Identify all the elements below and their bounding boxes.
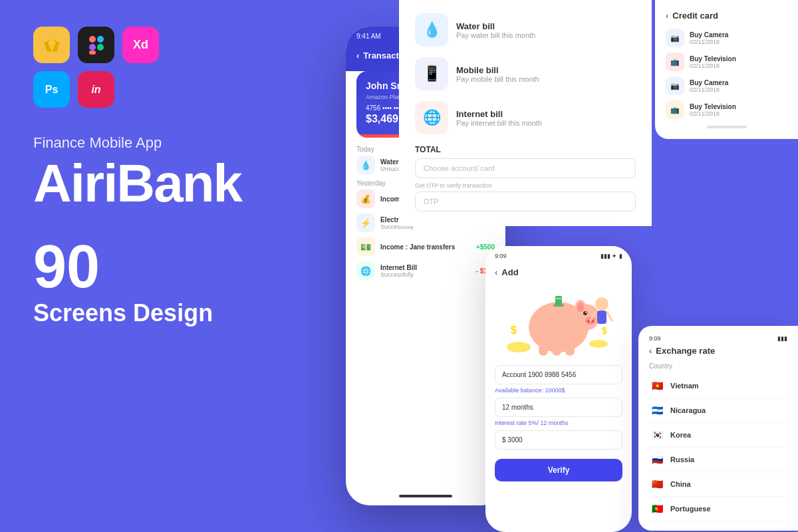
- otp-hint: Get OTP to verify transaction: [415, 182, 636, 189]
- amount-field[interactable]: $ 3000: [495, 430, 622, 450]
- app-subtitle: Finance Mobile App: [33, 134, 313, 152]
- screens-label: Screens Design: [33, 299, 313, 327]
- txn-name: Income : Jane transfers: [380, 243, 471, 251]
- svg-point-17: [585, 312, 587, 313]
- screens-count: 90: [33, 237, 313, 297]
- country-name: Portuguese: [670, 505, 711, 513]
- phone-time: 9:41 AM: [356, 33, 381, 40]
- add-phone: 9:09 ▮▮▮ ✦ ▮ ‹ Add: [485, 246, 632, 532]
- svg-point-12: [587, 320, 590, 323]
- add-phone-header: ‹ Add: [485, 263, 632, 284]
- bill-sub: Pay water bill this month: [456, 31, 535, 39]
- txn-sub: Successfully: [380, 271, 471, 278]
- savings-form: Account 1900 8988 5456 Available balance…: [485, 365, 632, 481]
- exchange-panel: 9:09 ▮▮▮ ‹ Exchange rate Country 🇻🇳 Viet…: [638, 326, 798, 531]
- water-bill-icon: 💧: [415, 13, 448, 47]
- txn-info: Internet Bill Successfully: [380, 264, 471, 278]
- verify-button[interactable]: Verify: [495, 459, 622, 481]
- svg-rect-20: [565, 345, 575, 356]
- ci-date: 02/11/2018: [690, 110, 736, 117]
- bill-sub: Pay mobile bill this month: [456, 75, 539, 83]
- svg-rect-4: [89, 44, 96, 51]
- svg-rect-22: [555, 296, 562, 307]
- credit-item-text: Buy Television 02/11/2018: [690, 55, 736, 69]
- interest-rate: Interest rate 5%/ 12 months: [495, 420, 622, 426]
- list-item: 🌐 Internet bill Pay internet bill this m…: [415, 101, 636, 134]
- country-name: Vietnam: [670, 382, 699, 390]
- svg-rect-5: [97, 44, 104, 51]
- transfer-icon: 💵: [356, 237, 375, 256]
- credit-item-text: Buy Television 02/11/2018: [690, 103, 736, 117]
- left-section: Xd Ps in Finance Mobile App AiriBank 90 …: [0, 0, 346, 532]
- back-icon: ‹: [356, 51, 359, 61]
- svg-point-8: [589, 340, 608, 348]
- add-signal: ▮▮▮ ✦ ▮: [600, 253, 622, 259]
- account-input[interactable]: Choose account/ card: [415, 158, 636, 178]
- list-item: 📺 Buy Television 02/11/2018: [666, 53, 787, 71]
- list-item: 🇵🇹 Portuguese: [649, 497, 787, 521]
- svg-text:$: $: [602, 325, 607, 336]
- bills-content: 💧 Water bill Pay water bill this month 📱…: [399, 0, 652, 225]
- korea-flag: 🇰🇷: [649, 427, 665, 443]
- tool-icons-row2: Ps in: [33, 71, 313, 108]
- svg-rect-2: [89, 36, 96, 43]
- country-label: Country: [649, 362, 787, 370]
- svg-line-27: [607, 312, 612, 321]
- credit-item-text: Buy Camera 02/11/2018: [690, 31, 728, 45]
- bill-title: Internet bill: [456, 109, 542, 119]
- ci-title: Buy Camera: [690, 31, 728, 39]
- list-item: 📺 Buy Television 02/11/2018: [666, 100, 787, 119]
- list-item: 📷 Buy Camera 02/11/2018: [666, 29, 787, 47]
- credit-item-text: Buy Camera 02/11/2018: [690, 79, 728, 93]
- list-item: 🇨🇳 China: [649, 472, 787, 497]
- svg-text:$: $: [511, 325, 517, 336]
- exchange-back-icon: ‹: [649, 346, 652, 356]
- list-item: 🇻🇳 Vietnam: [649, 374, 787, 398]
- bill-title: Mobile bill: [456, 65, 539, 75]
- country-name: Nicaragua: [670, 406, 706, 414]
- xd-icon: Xd: [122, 27, 159, 63]
- bill-text: Water bill Pay water bill this month: [456, 21, 535, 39]
- portuguese-flag: 🇵🇹: [649, 501, 665, 517]
- salary-icon: 💰: [356, 190, 375, 208]
- exchange-time: 9:09: [649, 335, 661, 342]
- water-icon: 💧: [356, 156, 375, 174]
- svg-rect-25: [597, 311, 606, 324]
- bills-screen: 💧 Water bill Pay water bill this month 📱…: [399, 0, 652, 226]
- months-field[interactable]: 12 months: [495, 398, 622, 417]
- bottom-indicator: [707, 126, 747, 128]
- figma-icon: [78, 27, 114, 63]
- russia-flag: 🇷🇺: [649, 452, 665, 467]
- svg-point-15: [577, 303, 584, 312]
- list-item: 💧 Water bill Pay water bill this month: [415, 13, 636, 47]
- sketch-icon: [33, 27, 70, 63]
- country-name: Russia: [670, 456, 694, 464]
- ci-date: 02/11/2018: [690, 63, 736, 69]
- app-title: AiriBank: [33, 157, 313, 210]
- invis-icon: in: [78, 71, 114, 108]
- list-item: 📷 Buy Camera 02/11/2018: [666, 76, 787, 95]
- china-flag: 🇨🇳: [649, 476, 665, 492]
- credit-panel-title: Credit card: [672, 11, 718, 21]
- bill-sub: Pay internet bill this month: [456, 119, 542, 127]
- ps-icon: Ps: [33, 71, 70, 108]
- txn-info: Income : Jane transfers: [380, 243, 471, 251]
- country-name: Korea: [670, 431, 691, 439]
- table-row: 💵 Income : Jane transfers +$500: [356, 237, 495, 256]
- ci-title: Buy Camera: [690, 79, 728, 86]
- back-icon: ‹: [666, 11, 668, 21]
- svg-rect-18: [539, 344, 548, 356]
- list-item: 🇷🇺 Russia: [649, 448, 787, 472]
- piggy-illustration: $ $: [499, 284, 618, 357]
- account-field[interactable]: Account 1900 8988 5456: [495, 365, 622, 384]
- vietnam-flag: 🇻🇳: [649, 378, 665, 394]
- otp-input[interactable]: OTP: [415, 192, 636, 211]
- exchange-status: 9:09 ▮▮▮: [649, 335, 787, 342]
- add-back-icon: ‹: [495, 267, 497, 277]
- table-row: 🌐 Internet Bill Successfully - $100: [356, 261, 495, 280]
- svg-rect-3: [97, 36, 104, 43]
- bill-title: Water bill: [456, 21, 535, 31]
- electric-icon: ⚡: [356, 213, 375, 232]
- tool-icons-row1: Xd: [33, 27, 313, 63]
- list-item: 📱 Mobile bill Pay mobile bill this month: [415, 57, 636, 90]
